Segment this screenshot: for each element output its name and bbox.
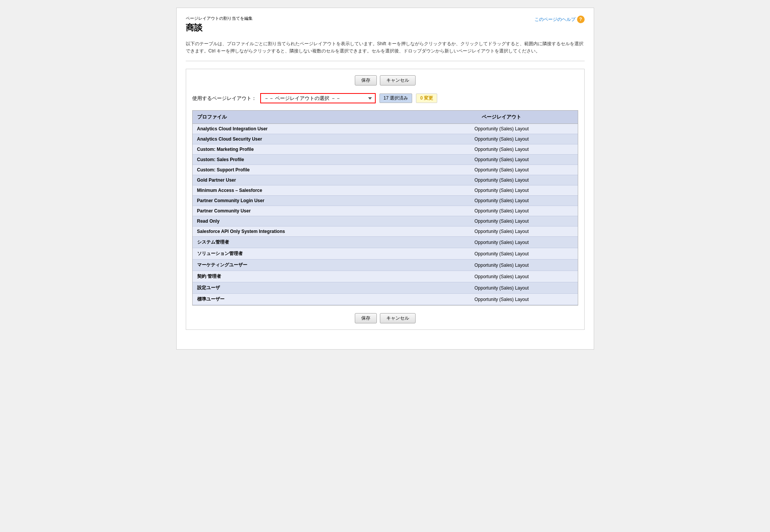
profile-name-cell: マーケティングユーザー <box>193 260 426 271</box>
table-row[interactable]: Custom: Marketing ProfileOpportunity (Sa… <box>193 144 578 155</box>
layout-value-cell: Opportunity (Sales) Layout <box>425 185 577 196</box>
page-header-top: ページレイアウトの割り当てを編集 商談 このページのヘルプ ? <box>186 16 585 38</box>
table-row[interactable]: システム管理者Opportunity (Sales) Layout <box>193 237 578 248</box>
layout-value-cell: Opportunity (Sales) Layout <box>425 294 577 305</box>
profile-name-cell: Read Only <box>193 216 426 226</box>
profile-name-cell: Minimum Access – Salesforce <box>193 185 426 196</box>
table-row[interactable]: Analytics Cloud Integration UserOpportun… <box>193 124 578 134</box>
layout-value-cell: Opportunity (Sales) Layout <box>425 216 577 226</box>
help-icon: ? <box>577 16 585 23</box>
table-row[interactable]: Minimum Access – SalesforceOpportunity (… <box>193 185 578 196</box>
profile-name-cell: ソリューション管理者 <box>193 248 426 260</box>
main-panel: 保存 キャンセル 使用するページレイアウト： －－ ページレイアウトの選択 －－… <box>186 69 585 330</box>
layout-value-cell: Opportunity (Sales) Layout <box>425 175 577 185</box>
layout-select-wrapper: －－ ページレイアウトの選択 －－ <box>260 93 376 103</box>
table-row[interactable]: マーケティングユーザーOpportunity (Sales) Layout <box>193 260 578 271</box>
profile-name-cell: Salesforce API Only System Integrations <box>193 226 426 237</box>
page-container: ページレイアウトの割り当てを編集 商談 このページのヘルプ ? 以下のテーブルは… <box>176 8 594 350</box>
changed-count-badge: 0 変更 <box>416 93 437 103</box>
help-link[interactable]: このページのヘルプ ? <box>534 16 585 23</box>
bottom-button-row: 保存 キャンセル <box>192 313 578 323</box>
layout-selector-row: 使用するページレイアウト： －－ ページレイアウトの選択 －－ 17 選択済み … <box>192 93 578 103</box>
top-button-row: 保存 キャンセル <box>192 75 578 86</box>
table-row[interactable]: Partner Community UserOpportunity (Sales… <box>193 206 578 216</box>
profile-name-cell: 設定ユーザ <box>193 282 426 294</box>
profile-name-cell: Custom: Marketing Profile <box>193 144 426 155</box>
table-row[interactable]: ソリューション管理者Opportunity (Sales) Layout <box>193 248 578 260</box>
col-profile-header: プロファイル <box>193 111 426 124</box>
layout-value-cell: Opportunity (Sales) Layout <box>425 134 577 144</box>
table-row[interactable]: Salesforce API Only System IntegrationsO… <box>193 226 578 237</box>
layout-value-cell: Opportunity (Sales) Layout <box>425 124 577 134</box>
profile-name-cell: 契約 管理者 <box>193 271 426 282</box>
layout-value-cell: Opportunity (Sales) Layout <box>425 226 577 237</box>
page-description: 以下のテーブルは、プロファイルごとに割り当てられたページレイアウトを表示していま… <box>186 40 585 61</box>
header-left: ページレイアウトの割り当てを編集 商談 <box>186 16 253 38</box>
layout-value-cell: Opportunity (Sales) Layout <box>425 282 577 294</box>
top-save-button[interactable]: 保存 <box>355 75 377 86</box>
page-title: 商談 <box>186 22 253 33</box>
table-header-row: プロファイル ページレイアウト <box>193 111 578 124</box>
layout-value-cell: Opportunity (Sales) Layout <box>425 260 577 271</box>
page-subtitle: ページレイアウトの割り当てを編集 <box>186 16 253 21</box>
profile-name-cell: Custom: Support Profile <box>193 165 426 175</box>
profile-name-cell: Analytics Cloud Integration User <box>193 124 426 134</box>
table-row[interactable]: Partner Community Login UserOpportunity … <box>193 196 578 206</box>
table-row[interactable]: Analytics Cloud Security UserOpportunity… <box>193 134 578 144</box>
table-body: Analytics Cloud Integration UserOpportun… <box>193 124 578 305</box>
layout-value-cell: Opportunity (Sales) Layout <box>425 155 577 165</box>
table-row[interactable]: Gold Partner UserOpportunity (Sales) Lay… <box>193 175 578 185</box>
table-row[interactable]: Custom: Support ProfileOpportunity (Sale… <box>193 165 578 175</box>
profile-name-cell: Analytics Cloud Security User <box>193 134 426 144</box>
table-row[interactable]: 設定ユーザOpportunity (Sales) Layout <box>193 282 578 294</box>
layout-value-cell: Opportunity (Sales) Layout <box>425 196 577 206</box>
table-row[interactable]: 契約 管理者Opportunity (Sales) Layout <box>193 271 578 282</box>
profile-name-cell: システム管理者 <box>193 237 426 248</box>
profile-table: プロファイル ページレイアウト Analytics Cloud Integrat… <box>193 111 578 305</box>
bottom-cancel-button[interactable]: キャンセル <box>380 313 416 323</box>
layout-selector-label: 使用するページレイアウト： <box>192 95 256 102</box>
top-cancel-button[interactable]: キャンセル <box>380 75 416 86</box>
profile-name-cell: Partner Community User <box>193 206 426 216</box>
layout-value-cell: Opportunity (Sales) Layout <box>425 271 577 282</box>
selected-count-badge: 17 選択済み <box>379 93 413 103</box>
layout-value-cell: Opportunity (Sales) Layout <box>425 144 577 155</box>
table-row[interactable]: 標準ユーザーOpportunity (Sales) Layout <box>193 294 578 305</box>
help-link-text: このページのヘルプ <box>534 16 576 23</box>
layout-value-cell: Opportunity (Sales) Layout <box>425 237 577 248</box>
table-container: プロファイル ページレイアウト Analytics Cloud Integrat… <box>192 110 578 306</box>
profile-name-cell: Custom: Sales Profile <box>193 155 426 165</box>
table-row[interactable]: Read OnlyOpportunity (Sales) Layout <box>193 216 578 226</box>
layout-value-cell: Opportunity (Sales) Layout <box>425 165 577 175</box>
layout-value-cell: Opportunity (Sales) Layout <box>425 248 577 260</box>
bottom-save-button[interactable]: 保存 <box>355 313 377 323</box>
col-layout-header: ページレイアウト <box>425 111 577 124</box>
layout-value-cell: Opportunity (Sales) Layout <box>425 206 577 216</box>
table-row[interactable]: Custom: Sales ProfileOpportunity (Sales)… <box>193 155 578 165</box>
profile-name-cell: Gold Partner User <box>193 175 426 185</box>
profile-name-cell: 標準ユーザー <box>193 294 426 305</box>
layout-select[interactable]: －－ ページレイアウトの選択 －－ <box>261 94 375 103</box>
profile-name-cell: Partner Community Login User <box>193 196 426 206</box>
